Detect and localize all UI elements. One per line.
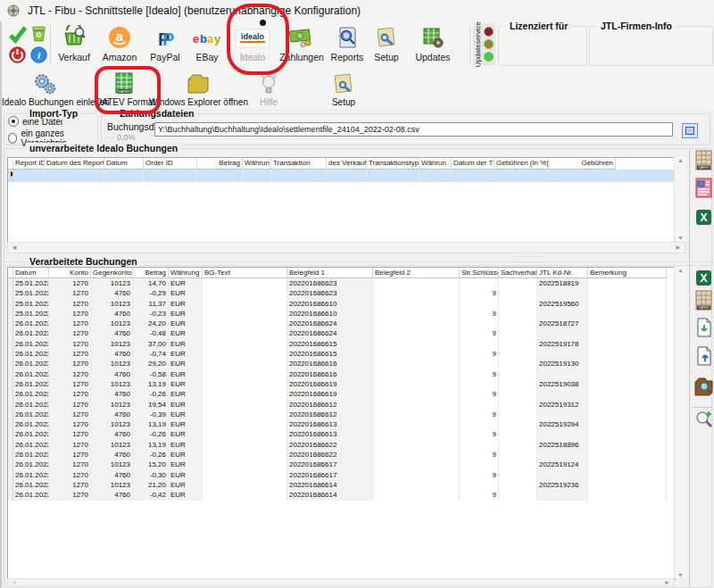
cell[interactable]: 26.01.2022	[13, 470, 49, 480]
cell[interactable]: 26.01.2022	[13, 400, 49, 410]
toolbar-item-paypal[interactable]: PP PayPal	[143, 23, 187, 66]
cell[interactable]: 25.01.2022	[13, 288, 49, 298]
cell[interactable]	[460, 480, 499, 490]
cell[interactable]: 4760	[91, 490, 133, 500]
cell[interactable]	[460, 299, 499, 309]
cell[interactable]	[588, 369, 667, 379]
column-header[interactable]: Datum der T	[452, 158, 494, 170]
cell[interactable]	[460, 359, 499, 369]
cell[interactable]: -0,26	[133, 450, 169, 460]
cell[interactable]: 26.01.2022	[13, 319, 49, 328]
cell[interactable]	[499, 319, 537, 328]
cell[interactable]	[499, 450, 537, 460]
cell[interactable]: 202201686619	[287, 379, 373, 389]
cell[interactable]	[373, 299, 460, 309]
column-header[interactable]: Datum des Report	[45, 158, 104, 170]
cell[interactable]	[499, 359, 537, 369]
cell[interactable]: -0,29	[133, 288, 169, 298]
cell[interactable]	[144, 170, 197, 182]
cell[interactable]	[460, 379, 499, 389]
cell[interactable]: 202201686613	[287, 419, 373, 429]
cell[interactable]	[537, 429, 588, 439]
column-header[interactable]: BG-Text	[203, 268, 287, 278]
confirm-button[interactable]	[7, 25, 28, 46]
cell[interactable]	[499, 309, 537, 319]
cell[interactable]: 13,19	[133, 440, 169, 450]
cell[interactable]: 2022519130	[537, 359, 588, 369]
cell[interactable]	[499, 480, 537, 490]
cell[interactable]	[197, 170, 243, 182]
processed-hscrollbar[interactable]: ◄►	[7, 578, 674, 586]
cell[interactable]	[588, 278, 667, 288]
cell[interactable]: 202201686614	[287, 490, 373, 500]
toolbar-item-amazon[interactable]: a Amazon	[97, 23, 142, 66]
table-row[interactable]: 26.01.202212704760-0,26EUR2022016866199	[8, 389, 675, 399]
cell[interactable]: 1270	[49, 450, 91, 460]
column-header[interactable]: Datum	[13, 268, 49, 278]
cell[interactable]	[452, 170, 494, 182]
cell[interactable]: EUR	[169, 299, 203, 309]
cell[interactable]: 26.01.2022	[13, 419, 49, 429]
table-row[interactable]: 26.01.202212704760-0,30EUR2022016866179	[8, 470, 675, 480]
cell[interactable]: -0,26	[133, 429, 169, 439]
cell[interactable]: EUR	[169, 400, 203, 410]
cell[interactable]: -0,42	[133, 490, 169, 500]
cell[interactable]	[373, 359, 460, 369]
cell[interactable]	[460, 339, 499, 349]
cell[interactable]: 24,20	[133, 319, 169, 328]
processed-folder-search-button[interactable]	[693, 378, 713, 398]
zoom-in-button[interactable]	[693, 410, 713, 430]
cell[interactable]: EUR	[169, 480, 203, 490]
cell[interactable]: 10123	[91, 278, 133, 288]
cell[interactable]: 202201686617	[287, 470, 373, 480]
cell[interactable]: 13,19	[133, 379, 169, 389]
column-header[interactable]: Währung	[169, 268, 203, 278]
column-header[interactable]: Betrag	[197, 158, 243, 170]
cell[interactable]: -0,26	[133, 389, 169, 399]
cell[interactable]: 10123	[91, 400, 133, 410]
cell[interactable]	[373, 410, 460, 419]
table-row[interactable]: 25.01.202212701012314,70EUR2022016866232…	[8, 278, 675, 288]
browse-file-button[interactable]	[682, 123, 698, 138]
cell[interactable]: EUR	[169, 440, 203, 450]
cell[interactable]	[494, 170, 549, 182]
table-row[interactable]: 26.01.202212701012319,54EUR2022016866122…	[8, 400, 675, 410]
cell[interactable]	[549, 170, 616, 182]
cell[interactable]: 25.01.2022	[13, 299, 49, 309]
cell[interactable]: 1270	[49, 309, 91, 319]
cell[interactable]: 1270	[49, 429, 91, 439]
cell[interactable]: 37,00	[133, 339, 169, 349]
cell[interactable]: 2022519560	[537, 299, 588, 309]
cell[interactable]	[588, 288, 667, 298]
cell[interactable]: 26.01.2022	[13, 389, 49, 399]
cell[interactable]: 1270	[49, 359, 91, 369]
table-row[interactable]: 26.01.202212704760-0,42EUR2022016866149	[8, 490, 675, 500]
cell[interactable]: 1270	[49, 319, 91, 328]
cell[interactable]: 202201686613	[287, 429, 373, 439]
cell[interactable]: 202201686615	[287, 349, 373, 359]
cell[interactable]: 1270	[49, 288, 91, 298]
cell[interactable]: 10123	[91, 440, 133, 450]
cell[interactable]: -0,58	[133, 369, 169, 379]
unprocessed-table[interactable]: Report IDDatum des ReportDatumOrder IDBe…	[7, 157, 676, 243]
cell[interactable]: 202201686622	[287, 450, 373, 460]
cell[interactable]	[588, 440, 667, 450]
cell[interactable]: 26.01.2022	[13, 359, 49, 369]
column-header[interactable]: Bemerkung	[588, 268, 667, 278]
cell[interactable]: 4760	[91, 328, 133, 338]
table-row[interactable]: 26.01.202212704760-0,26EUR2022016866139	[8, 429, 675, 439]
table-row[interactable]: 26.01.202212701012313,19EUR2022016866132…	[8, 419, 675, 429]
cell[interactable]	[203, 299, 287, 309]
cell[interactable]	[588, 299, 667, 309]
cell[interactable]: 10123	[91, 359, 133, 369]
cell[interactable]: EUR	[169, 470, 203, 480]
cell[interactable]	[499, 410, 537, 419]
cell[interactable]: 1270	[49, 400, 91, 410]
cell[interactable]	[373, 460, 460, 469]
unprocessed-vscrollbar[interactable]: ▲▼	[674, 157, 686, 241]
table-row[interactable]: 26.01.202212701012337,00EUR2022016866152…	[8, 339, 675, 349]
cell[interactable]	[203, 470, 287, 480]
processed-update-row-button[interactable]	[693, 348, 713, 368]
cell[interactable]	[203, 440, 287, 450]
cell[interactable]	[373, 470, 460, 480]
